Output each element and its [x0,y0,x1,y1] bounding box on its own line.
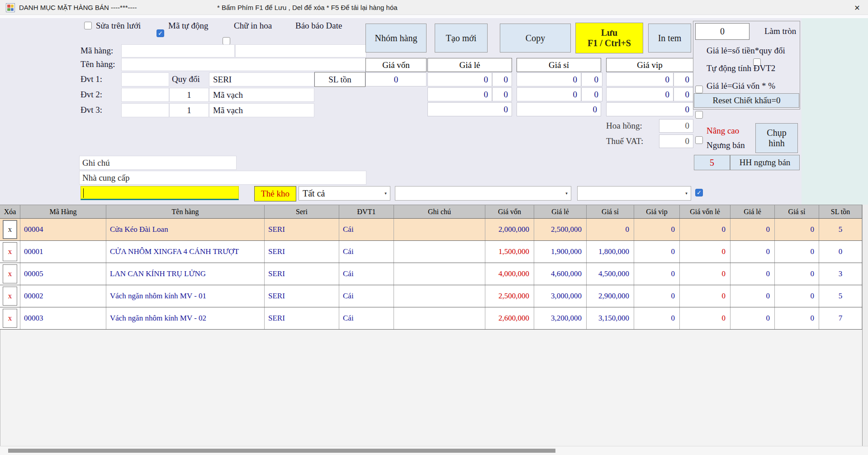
ma-hang-input[interactable] [121,44,235,57]
price-r1-vip-a[interactable]: 0 [606,72,674,86]
cell-ma-hang[interactable]: 00002 [20,285,106,307]
cell-gia-le[interactable]: 3,200,000 [534,307,587,329]
cell-gia-le[interactable]: 1,900,000 [534,241,587,263]
cell-seri[interactable]: SERI [265,241,339,263]
seri-field[interactable]: SERI [209,72,314,86]
col-header-ten-hang[interactable]: Tên hàng [106,205,265,218]
horizontal-scrollbar-thumb[interactable] [8,449,555,453]
col-header-gia-le[interactable]: Giá lẻ [534,205,587,218]
ma-hang-input-2[interactable] [235,44,366,57]
the-kho-button[interactable]: Thẻ kho [254,186,296,201]
col-header-ma-hang[interactable]: Mã Hàng [20,205,106,218]
price-r2-si-a[interactable]: 0 [517,87,581,101]
dvt3-input[interactable] [121,103,169,117]
cell-dvt1[interactable]: Cái [339,241,394,263]
chevron-down-icon[interactable] [381,187,390,200]
round-value-input[interactable]: 0 [695,23,749,40]
cell-seri[interactable]: SERI [265,219,339,240]
dvt3-quy-doi-input[interactable]: 1 [169,103,209,117]
gia-le-gia-von-checkbox[interactable] [695,136,703,144]
cell-seri[interactable]: SERI [265,263,339,285]
table-row[interactable]: x 00002 Vách ngăn nhôm kính MV - 01 SERI… [0,285,862,307]
table-row[interactable]: x 00004 Cửa Kéo Đài Loan SERI Cái 2,000,… [0,219,862,241]
price-r2-vip-a[interactable]: 0 [606,87,674,101]
cell-gia-von[interactable]: 2,600,000 [485,307,534,329]
price-r1-le-a[interactable]: 0 [427,72,492,86]
cell-ghi-chu[interactable] [394,219,485,240]
filter-combo-2[interactable] [395,186,571,201]
cell-gia-le-2[interactable]: 0 [730,219,775,240]
cell-gia-le-2[interactable]: 0 [730,241,775,263]
chevron-down-icon[interactable] [562,187,571,200]
col-header-gia-von-le[interactable]: Giá vốn lẻ [680,205,730,218]
table-row[interactable]: x 00005 LAN CAN KÍNH TRỤ LỬNG SERI Cái 4… [0,263,862,285]
col-header-sl-ton[interactable]: SL tồn [819,205,862,218]
dvt1-input[interactable] [121,72,169,86]
cell-ma-hang[interactable]: 00001 [20,241,106,263]
cell-gia-si-2[interactable]: 0 [775,241,819,263]
cell-dvt1[interactable]: Cái [339,263,394,285]
sua-tren-luoi-checkbox[interactable] [84,22,92,29]
cell-sl-ton[interactable]: 5 [819,285,862,307]
gia-le-so-tien-checkbox[interactable] [695,86,703,93]
price-r2-vip-b[interactable]: 0 [674,87,693,101]
price-r1-von[interactable]: 0 [365,72,427,86]
cell-sl-ton[interactable]: 3 [819,263,862,285]
cell-gia-si[interactable]: 1,800,000 [587,241,634,263]
delete-row-button[interactable]: x [3,220,17,239]
cell-gia-vip[interactable]: 0 [634,285,680,307]
horizontal-scrollbar[interactable] [0,446,868,455]
price-r3-vip[interactable]: 0 [606,102,693,116]
cell-ma-hang[interactable]: 00005 [20,263,106,285]
cell-gia-von-le[interactable]: 0 [680,219,730,240]
cell-ten-hang[interactable]: Vách ngăn nhôm kính MV - 02 [106,307,265,329]
close-icon[interactable]: ✕ [850,2,864,13]
price-r3-le[interactable]: 0 [427,102,512,116]
nang-cao-checkbox[interactable] [695,189,703,196]
dvt2-input[interactable] [121,88,169,102]
price-r1-si-a[interactable]: 0 [517,72,581,86]
cell-ten-hang[interactable]: Cửa Kéo Đài Loan [106,219,265,240]
cell-gia-si-2[interactable]: 0 [775,307,819,329]
dvt2-ma-vach-field[interactable]: Mã vạch [209,88,314,102]
cell-gia-si[interactable]: 3,150,000 [587,307,634,329]
col-header-dvt1[interactable]: ĐVT1 [339,205,394,218]
cell-gia-vip[interactable]: 0 [634,219,680,240]
ghi-chu-input[interactable]: Ghi chú [79,156,237,170]
col-header-gia-vip[interactable]: Giá vip [634,205,680,218]
price-r3-si[interactable]: 0 [517,102,601,116]
cell-seri[interactable]: SERI [265,307,339,329]
cell-gia-von-le[interactable]: 0 [680,285,730,307]
cell-gia-von[interactable]: 2,000,000 [485,219,534,240]
hoa-hong-input[interactable]: 0 [659,119,693,133]
col-header-gia-von[interactable]: Giá vốn [485,205,534,218]
nhom-hang-button[interactable]: Nhóm hàng [365,24,427,53]
ma-tu-dong-checkbox[interactable] [157,29,164,37]
table-row[interactable]: x 00003 Vách ngăn nhôm kính MV - 02 SERI… [0,307,862,330]
cell-gia-si-2[interactable]: 0 [775,219,819,240]
cell-gia-von[interactable]: 2,500,000 [485,285,534,307]
dvt3-ma-vach-field[interactable]: Mã vạch [209,103,314,117]
delete-row-button[interactable]: x [3,287,17,306]
cell-ten-hang[interactable]: LAN CAN KÍNH TRỤ LỬNG [106,263,265,285]
cell-gia-vip[interactable]: 0 [634,241,680,263]
cell-ghi-chu[interactable] [394,307,485,329]
cell-gia-si[interactable]: 2,900,000 [587,285,634,307]
cell-gia-si[interactable]: 4,500,000 [587,263,634,285]
col-header-gia-si-2[interactable]: Giá sỉ [775,205,819,218]
cell-gia-si[interactable]: 0 [587,219,634,240]
filter-combo-3[interactable] [577,186,691,201]
cell-gia-von[interactable]: 4,000,000 [485,263,534,285]
col-header-xoa[interactable]: Xóa [0,205,20,218]
cell-sl-ton[interactable]: 7 [819,307,862,329]
delete-row-button[interactable]: x [3,264,17,283]
dvt2-quy-doi-input[interactable]: 1 [169,88,209,102]
cell-gia-von-le[interactable]: 0 [680,263,730,285]
price-r1-vip-b[interactable]: 0 [674,72,693,86]
chevron-down-icon[interactable] [682,187,691,200]
cell-gia-si-2[interactable]: 0 [775,285,819,307]
chu-in-hoa-checkbox[interactable] [223,37,230,45]
ten-hang-input[interactable] [121,58,366,71]
chup-hinh-button[interactable]: Chụp hình [755,123,798,153]
cell-dvt1[interactable]: Cái [339,285,394,307]
